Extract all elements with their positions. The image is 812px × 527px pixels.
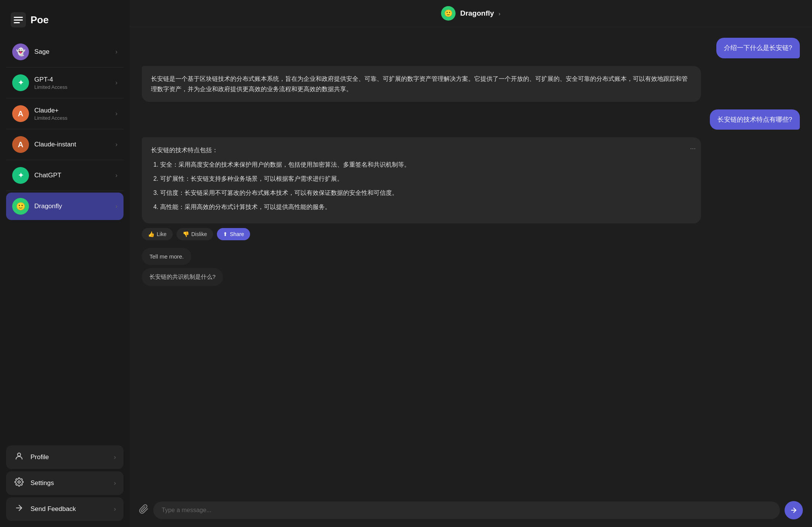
gpt4-avatar: ✦ xyxy=(12,74,29,91)
claudeplus-info: Claude+ Limited Access xyxy=(34,107,110,121)
bot-bubble-1: 长安链是一个基于区块链技术的分布式账本系统，旨在为企业和政府提供安全、可靠、可扩… xyxy=(142,66,701,102)
dislike-icon: 👎 xyxy=(183,231,189,237)
send-icon xyxy=(790,506,798,514)
divider-3 xyxy=(6,129,124,129)
suggestions-area: Tell me more. 长安链的共识机制是什么? xyxy=(142,248,800,286)
messages-area: 介绍一下什么是长安链? 长安链是一个基于区块链技术的分布式账本系统，旨在为企业和… xyxy=(130,27,812,495)
dragonfly-info: Dragonfly xyxy=(34,202,110,210)
sidebar-bottom: Profile › Settings › Send Feedback › xyxy=(6,442,124,521)
feature-item-3: 可信度：长安链采用不可篡改的分布式账本技术，可以有效保证数据的安全性和可信度。 xyxy=(160,188,692,198)
share-icon: ⬆ xyxy=(223,231,228,237)
svg-rect-2 xyxy=(14,19,23,21)
sage-name: Sage xyxy=(34,48,110,56)
svg-rect-3 xyxy=(14,22,20,23)
settings-icon xyxy=(14,477,24,489)
feedback-item[interactable]: Send Feedback › xyxy=(6,497,124,521)
claudeinstant-name: Claude-instant xyxy=(34,141,110,148)
message-input[interactable] xyxy=(153,501,780,519)
gpt4-info: GPT-4 Limited Access xyxy=(34,76,110,90)
app-logo: Poe xyxy=(6,9,124,35)
input-area xyxy=(130,495,812,527)
claudeplus-sub: Limited Access xyxy=(34,115,110,121)
header-avatar: 🙂 xyxy=(441,6,456,21)
bot-bubble-2: ··· 长安链的技术特点包括： 安全：采用高度安全的技术来保护用户的数据，包括使… xyxy=(142,137,701,223)
gpt4-sub: Limited Access xyxy=(34,84,110,90)
settings-label: Settings xyxy=(30,479,108,487)
share-button[interactable]: ⬆ Share xyxy=(217,228,250,240)
user-message-2: 长安链的技术特点有哪些? xyxy=(142,109,800,130)
sidebar-item-sage[interactable]: 👻 Sage › xyxy=(6,38,124,66)
chat-header: 🙂 Dragonfly › xyxy=(130,0,812,27)
chatgpt-avatar: ✦ xyxy=(12,167,29,184)
feedback-chevron: › xyxy=(114,506,116,513)
bot-text-1: 长安链是一个基于区块链技术的分布式账本系统，旨在为企业和政府提供安全、可靠、可扩… xyxy=(151,76,688,92)
chatgpt-chevron: › xyxy=(116,172,117,179)
bot-text-intro: 长安链的技术特点包括： xyxy=(151,147,218,153)
profile-label: Profile xyxy=(30,453,108,461)
dragonfly-chevron: › xyxy=(116,203,117,210)
feedback-icon xyxy=(14,503,24,515)
app-name: Poe xyxy=(30,14,49,26)
sage-chevron: › xyxy=(116,48,117,55)
bot-message-1: 长安链是一个基于区块链技术的分布式账本系统，旨在为企业和政府提供安全、可靠、可扩… xyxy=(142,66,800,102)
settings-chevron: › xyxy=(114,480,116,487)
svg-rect-1 xyxy=(14,17,23,18)
sidebar-item-chatgpt[interactable]: ✦ ChatGPT › xyxy=(6,162,124,189)
svg-point-4 xyxy=(18,453,21,456)
chatgpt-name: ChatGPT xyxy=(34,172,110,179)
claudeplus-chevron: › xyxy=(116,110,117,117)
profile-icon xyxy=(14,451,24,463)
like-button[interactable]: 👍 Like xyxy=(142,228,173,240)
bot-feature-list: 安全：采用高度安全的技术来保护用户的数据，包括使用加密算法、多重签名和共识机制等… xyxy=(151,159,692,212)
bot-message-2: ··· 长安链的技术特点包括： 安全：采用高度安全的技术来保护用户的数据，包括使… xyxy=(142,137,800,240)
gpt4-name: GPT-4 xyxy=(34,76,110,84)
bot-list: 👻 Sage › ✦ GPT-4 Limited Access › A Clau… xyxy=(6,38,124,220)
gpt4-chevron: › xyxy=(116,79,117,86)
more-options-icon[interactable]: ··· xyxy=(690,143,696,154)
user-message-1: 介绍一下什么是长安链? xyxy=(142,38,800,58)
poe-logo-icon xyxy=(11,12,26,27)
profile-item[interactable]: Profile › xyxy=(6,445,124,469)
dislike-label: Dislike xyxy=(191,231,207,237)
sidebar: Poe 👻 Sage › ✦ GPT-4 Limited Access › A … xyxy=(0,0,130,527)
divider-2 xyxy=(6,98,124,98)
sidebar-item-gpt4[interactable]: ✦ GPT-4 Limited Access › xyxy=(6,69,124,96)
like-label: Like xyxy=(157,231,167,237)
dislike-button[interactable]: 👎 Dislike xyxy=(177,228,213,240)
claudeinstant-chevron: › xyxy=(116,141,117,148)
svg-point-5 xyxy=(18,481,20,483)
attach-icon[interactable] xyxy=(139,504,149,516)
suggestion-2[interactable]: 长安链的共识机制是什么? xyxy=(142,268,223,286)
header-bot-name: Dragonfly xyxy=(460,9,494,18)
reaction-bar: 👍 Like 👎 Dislike ⬆ Share xyxy=(142,228,800,240)
sage-info: Sage xyxy=(34,48,110,56)
feedback-label: Send Feedback xyxy=(30,505,108,513)
sidebar-item-claudeinstant[interactable]: A Claude-instant › xyxy=(6,131,124,158)
settings-item[interactable]: Settings › xyxy=(6,471,124,495)
claudeplus-avatar: A xyxy=(12,105,29,122)
sage-avatar: 👻 xyxy=(12,43,29,60)
profile-chevron: › xyxy=(114,454,116,461)
divider-5 xyxy=(6,191,124,191)
dragonfly-avatar: 🙂 xyxy=(12,198,29,215)
claudeinstant-info: Claude-instant xyxy=(34,141,110,148)
sidebar-item-claudeplus[interactable]: A Claude+ Limited Access › xyxy=(6,100,124,127)
claudeplus-name: Claude+ xyxy=(34,107,110,114)
claudeinstant-avatar: A xyxy=(12,136,29,153)
sidebar-item-dragonfly[interactable]: 🙂 Dragonfly › xyxy=(6,193,124,220)
feature-item-2: 可扩展性：长安链支持多种业务场景，可以根据客户需求进行扩展。 xyxy=(160,174,692,184)
suggestion-1[interactable]: Tell me more. xyxy=(142,248,191,265)
feature-item-4: 高性能：采用高效的分布式计算技术，可以提供高性能的服务。 xyxy=(160,202,692,212)
feature-item-1: 安全：采用高度安全的技术来保护用户的数据，包括使用加密算法、多重签名和共识机制等… xyxy=(160,159,692,170)
send-button[interactable] xyxy=(785,501,803,519)
dragonfly-name: Dragonfly xyxy=(34,202,110,210)
like-icon: 👍 xyxy=(148,231,154,237)
header-chevron: › xyxy=(499,10,501,17)
divider-4 xyxy=(6,160,124,160)
share-label: Share xyxy=(230,231,244,237)
chat-main: 🙂 Dragonfly › 介绍一下什么是长安链? 长安链是一个基于区块链技术的… xyxy=(130,0,812,527)
divider-1 xyxy=(6,67,124,67)
user-bubble-1: 介绍一下什么是长安链? xyxy=(716,38,800,58)
chatgpt-info: ChatGPT xyxy=(34,172,110,179)
user-bubble-2: 长安链的技术特点有哪些? xyxy=(710,109,800,130)
